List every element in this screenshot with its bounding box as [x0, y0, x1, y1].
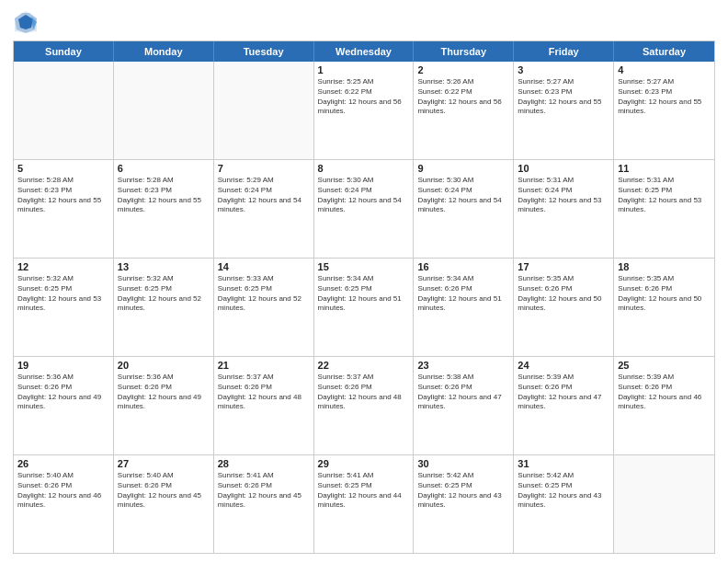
weekday-header-sunday: Sunday — [14, 41, 114, 62]
page: SundayMondayTuesdayWednesdayThursdayFrid… — [0, 0, 728, 563]
calendar-cell: 20Sunrise: 5:36 AM Sunset: 6:26 PM Dayli… — [114, 357, 214, 454]
cell-info: Sunrise: 5:32 AM Sunset: 6:25 PM Dayligh… — [17, 274, 109, 314]
day-number: 1 — [318, 64, 410, 75]
cell-info: Sunrise: 5:27 AM Sunset: 6:23 PM Dayligh… — [518, 77, 609, 117]
day-number: 29 — [318, 458, 410, 469]
logo — [13, 9, 40, 35]
day-number: 7 — [218, 163, 310, 174]
day-number: 10 — [518, 163, 609, 174]
calendar-body: 1Sunrise: 5:25 AM Sunset: 6:22 PM Daylig… — [14, 62, 714, 553]
calendar-cell: 13Sunrise: 5:32 AM Sunset: 6:25 PM Dayli… — [114, 259, 214, 356]
calendar-cell: 16Sunrise: 5:34 AM Sunset: 6:26 PM Dayli… — [414, 259, 514, 356]
calendar-cell: 21Sunrise: 5:37 AM Sunset: 6:26 PM Dayli… — [214, 357, 314, 454]
cell-info: Sunrise: 5:32 AM Sunset: 6:25 PM Dayligh… — [118, 274, 210, 314]
day-number: 21 — [218, 360, 310, 371]
cell-info: Sunrise: 5:31 AM Sunset: 6:25 PM Dayligh… — [618, 176, 711, 215]
weekday-header-friday: Friday — [514, 41, 614, 62]
day-number: 4 — [618, 64, 711, 75]
calendar-cell: 10Sunrise: 5:31 AM Sunset: 6:24 PM Dayli… — [514, 160, 614, 258]
calendar-cell: 18Sunrise: 5:35 AM Sunset: 6:26 PM Dayli… — [614, 259, 714, 356]
weekday-header-wednesday: Wednesday — [314, 41, 415, 62]
cell-info: Sunrise: 5:37 AM Sunset: 6:26 PM Dayligh… — [318, 373, 410, 412]
day-number: 3 — [518, 64, 609, 75]
cell-info: Sunrise: 5:28 AM Sunset: 6:23 PM Dayligh… — [118, 176, 210, 215]
cell-info: Sunrise: 5:40 AM Sunset: 6:26 PM Dayligh… — [118, 471, 210, 511]
cell-info: Sunrise: 5:42 AM Sunset: 6:25 PM Dayligh… — [417, 471, 509, 511]
calendar-week-3: 12Sunrise: 5:32 AM Sunset: 6:25 PM Dayli… — [14, 259, 714, 357]
cell-info: Sunrise: 5:42 AM Sunset: 6:25 PM Dayligh… — [518, 471, 609, 511]
cell-info: Sunrise: 5:31 AM Sunset: 6:24 PM Dayligh… — [518, 176, 609, 215]
day-number: 27 — [118, 458, 210, 469]
cell-info: Sunrise: 5:34 AM Sunset: 6:25 PM Dayligh… — [318, 274, 410, 314]
day-number: 9 — [417, 163, 509, 174]
day-number: 6 — [118, 163, 210, 174]
cell-info: Sunrise: 5:35 AM Sunset: 6:26 PM Dayligh… — [618, 274, 711, 314]
calendar-cell: 7Sunrise: 5:29 AM Sunset: 6:24 PM Daylig… — [214, 160, 314, 258]
day-number: 8 — [318, 163, 410, 174]
day-number: 13 — [118, 261, 210, 272]
cell-info: Sunrise: 5:33 AM Sunset: 6:25 PM Dayligh… — [218, 274, 310, 314]
weekday-header-tuesday: Tuesday — [214, 41, 314, 62]
weekday-header-monday: Monday — [114, 41, 214, 62]
day-number: 14 — [218, 261, 310, 272]
calendar-cell: 6Sunrise: 5:28 AM Sunset: 6:23 PM Daylig… — [114, 160, 214, 258]
day-number: 16 — [417, 261, 509, 272]
day-number: 25 — [618, 360, 711, 371]
cell-info: Sunrise: 5:28 AM Sunset: 6:23 PM Dayligh… — [17, 176, 109, 215]
cell-info: Sunrise: 5:39 AM Sunset: 6:26 PM Dayligh… — [618, 373, 711, 412]
day-number: 12 — [17, 261, 109, 272]
header — [13, 9, 715, 35]
cell-info: Sunrise: 5:30 AM Sunset: 6:24 PM Dayligh… — [318, 176, 410, 215]
cell-info: Sunrise: 5:27 AM Sunset: 6:23 PM Dayligh… — [618, 77, 711, 117]
calendar-cell: 25Sunrise: 5:39 AM Sunset: 6:26 PM Dayli… — [614, 357, 714, 454]
cell-info: Sunrise: 5:36 AM Sunset: 6:26 PM Dayligh… — [17, 373, 109, 412]
day-number: 19 — [17, 360, 109, 371]
calendar-header-row: SundayMondayTuesdayWednesdayThursdayFrid… — [14, 41, 714, 62]
day-number: 24 — [518, 360, 609, 371]
calendar-cell: 12Sunrise: 5:32 AM Sunset: 6:25 PM Dayli… — [14, 259, 114, 356]
calendar-cell: 24Sunrise: 5:39 AM Sunset: 6:26 PM Dayli… — [514, 357, 614, 454]
calendar-cell — [614, 455, 714, 553]
day-number: 31 — [518, 458, 609, 469]
day-number: 28 — [218, 458, 310, 469]
day-number: 11 — [618, 163, 711, 174]
cell-info: Sunrise: 5:37 AM Sunset: 6:26 PM Dayligh… — [218, 373, 310, 412]
weekday-header-saturday: Saturday — [614, 41, 714, 62]
cell-info: Sunrise: 5:25 AM Sunset: 6:22 PM Dayligh… — [318, 77, 410, 117]
day-number: 20 — [118, 360, 210, 371]
calendar-cell: 4Sunrise: 5:27 AM Sunset: 6:23 PM Daylig… — [614, 62, 714, 159]
calendar-week-4: 19Sunrise: 5:36 AM Sunset: 6:26 PM Dayli… — [14, 357, 714, 455]
calendar-cell: 5Sunrise: 5:28 AM Sunset: 6:23 PM Daylig… — [14, 160, 114, 258]
day-number: 18 — [618, 261, 711, 272]
calendar-cell: 30Sunrise: 5:42 AM Sunset: 6:25 PM Dayli… — [414, 455, 514, 553]
cell-info: Sunrise: 5:29 AM Sunset: 6:24 PM Dayligh… — [218, 176, 310, 215]
cell-info: Sunrise: 5:39 AM Sunset: 6:26 PM Dayligh… — [518, 373, 609, 412]
day-number: 15 — [318, 261, 410, 272]
day-number: 30 — [417, 458, 509, 469]
day-number: 26 — [17, 458, 109, 469]
calendar-cell: 15Sunrise: 5:34 AM Sunset: 6:25 PM Dayli… — [314, 259, 415, 356]
calendar-cell: 14Sunrise: 5:33 AM Sunset: 6:25 PM Dayli… — [214, 259, 314, 356]
cell-info: Sunrise: 5:40 AM Sunset: 6:26 PM Dayligh… — [17, 471, 109, 511]
calendar-cell: 31Sunrise: 5:42 AM Sunset: 6:25 PM Dayli… — [514, 455, 614, 553]
day-number: 17 — [518, 261, 609, 272]
calendar-cell: 8Sunrise: 5:30 AM Sunset: 6:24 PM Daylig… — [314, 160, 415, 258]
calendar-cell: 11Sunrise: 5:31 AM Sunset: 6:25 PM Dayli… — [614, 160, 714, 258]
day-number: 22 — [318, 360, 410, 371]
logo-icon — [13, 9, 39, 35]
cell-info: Sunrise: 5:35 AM Sunset: 6:26 PM Dayligh… — [518, 274, 609, 314]
cell-info: Sunrise: 5:34 AM Sunset: 6:26 PM Dayligh… — [417, 274, 509, 314]
cell-info: Sunrise: 5:26 AM Sunset: 6:22 PM Dayligh… — [417, 77, 509, 117]
calendar-cell: 23Sunrise: 5:38 AM Sunset: 6:26 PM Dayli… — [414, 357, 514, 454]
day-number: 5 — [17, 163, 109, 174]
cell-info: Sunrise: 5:36 AM Sunset: 6:26 PM Dayligh… — [118, 373, 210, 412]
cell-info: Sunrise: 5:38 AM Sunset: 6:26 PM Dayligh… — [417, 373, 509, 412]
cell-info: Sunrise: 5:41 AM Sunset: 6:25 PM Dayligh… — [318, 471, 410, 511]
calendar-cell: 26Sunrise: 5:40 AM Sunset: 6:26 PM Dayli… — [14, 455, 114, 553]
calendar: SundayMondayTuesdayWednesdayThursdayFrid… — [13, 40, 715, 554]
calendar-cell: 19Sunrise: 5:36 AM Sunset: 6:26 PM Dayli… — [14, 357, 114, 454]
calendar-cell: 17Sunrise: 5:35 AM Sunset: 6:26 PM Dayli… — [514, 259, 614, 356]
weekday-header-thursday: Thursday — [414, 41, 514, 62]
calendar-cell: 22Sunrise: 5:37 AM Sunset: 6:26 PM Dayli… — [314, 357, 415, 454]
calendar-cell: 28Sunrise: 5:41 AM Sunset: 6:26 PM Dayli… — [214, 455, 314, 553]
